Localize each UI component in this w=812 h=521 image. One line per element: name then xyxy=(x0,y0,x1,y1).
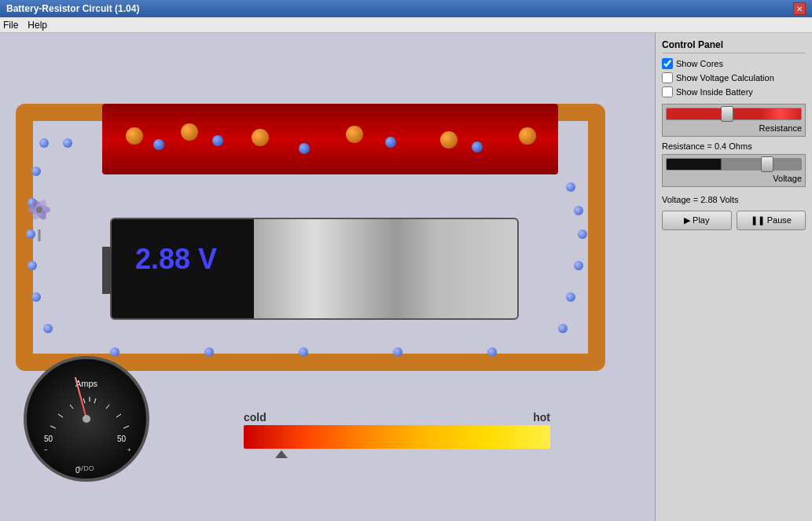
particle-blue xyxy=(212,135,223,146)
simulation-area: 2.88 V Amps 50 0 50 − + xyxy=(0,33,655,521)
particle-blue xyxy=(385,137,396,148)
svg-line-13 xyxy=(83,398,85,403)
wire-particle xyxy=(487,347,497,357)
voltage-label: Voltage xyxy=(666,174,802,183)
svg-line-16 xyxy=(106,405,109,409)
voltage-thumb[interactable] xyxy=(761,156,773,172)
svg-line-12 xyxy=(70,405,73,409)
wire-particle xyxy=(299,347,308,357)
particle-orange xyxy=(181,123,198,141)
svg-text:−: − xyxy=(44,446,48,453)
resistor xyxy=(102,104,558,174)
particle-orange xyxy=(346,126,363,143)
wire-particle xyxy=(63,138,72,148)
wire-particle xyxy=(204,347,214,357)
heat-bar xyxy=(244,425,550,449)
particle-orange xyxy=(252,129,269,146)
battery-terminal xyxy=(102,247,112,294)
svg-line-11 xyxy=(58,414,63,417)
particle-blue xyxy=(153,139,164,150)
play-button[interactable]: ▶ Play xyxy=(662,211,732,230)
battery-body: 2.88 V xyxy=(110,218,519,320)
heat-scale: cold hot xyxy=(244,411,550,458)
main-area: 2.88 V Amps 50 0 50 − + xyxy=(0,33,812,521)
gauge-center-dot xyxy=(83,415,90,423)
voltage-control: Voltage Voltage = 2.88 Volts xyxy=(662,154,806,204)
voltage-slider-area: Voltage xyxy=(662,154,806,187)
show-inside-label: Show Inside Battery xyxy=(676,87,753,97)
svg-line-15 xyxy=(94,398,96,403)
menubar: File Help xyxy=(0,17,812,33)
voltage-track xyxy=(666,158,802,171)
voltage-value: Voltage = 2.88 Volts xyxy=(662,195,806,204)
battery: 2.88 V xyxy=(110,218,519,320)
show-cores-label: Show Cores xyxy=(676,59,723,68)
gauge-brand: VDO xyxy=(27,464,146,472)
svg-line-17 xyxy=(116,414,121,417)
svg-line-10 xyxy=(50,426,56,428)
svg-text:+: + xyxy=(127,446,131,453)
particle-orange xyxy=(519,127,536,145)
battery-voltage-display: 2.88 V xyxy=(135,243,217,276)
svg-point-4 xyxy=(36,207,42,213)
show-inside-checkbox[interactable] xyxy=(662,86,673,97)
wire-particle xyxy=(31,292,41,302)
wire-particle xyxy=(574,261,583,270)
menu-file[interactable]: File xyxy=(3,20,18,31)
wire-particle xyxy=(393,347,402,357)
close-button[interactable]: ✕ xyxy=(793,2,806,15)
hot-label: hot xyxy=(533,411,550,424)
wire-particle xyxy=(31,167,41,176)
ammeter-gauge: Amps 50 0 50 − + xyxy=(24,356,149,482)
resistance-track xyxy=(666,108,802,120)
svg-text:50: 50 xyxy=(117,435,127,443)
show-voltage-checkbox[interactable] xyxy=(662,72,673,83)
particle-blue xyxy=(472,141,483,152)
window-title: Battery-Resistor Circuit (1.04) xyxy=(6,3,139,14)
menu-help[interactable]: Help xyxy=(28,20,47,31)
pinwheel xyxy=(16,186,63,248)
resistance-label: Resistance xyxy=(666,123,802,133)
show-cores-row: Show Cores xyxy=(662,58,806,69)
wire-particle xyxy=(43,324,53,333)
show-voltage-row: Show Voltage Calculation xyxy=(662,72,806,83)
resistance-value: Resistance = 0.4 Ohms xyxy=(662,141,806,151)
wire-particle xyxy=(574,206,583,215)
resistance-slider-area: Resistance xyxy=(662,104,806,137)
wire-particle xyxy=(578,229,587,239)
wire-particle xyxy=(28,261,37,270)
control-panel: Control Panel Show Cores Show Voltage Ca… xyxy=(655,33,812,521)
wire-particle xyxy=(39,138,49,148)
wire-particle xyxy=(558,324,568,333)
cold-label: cold xyxy=(244,411,266,424)
particle-orange xyxy=(126,127,143,145)
titlebar: Battery-Resistor Circuit (1.04) ✕ xyxy=(0,0,812,17)
svg-text:50: 50 xyxy=(44,435,53,443)
particle-blue xyxy=(299,143,310,154)
gauge-body: Amps 50 0 50 − + xyxy=(24,356,149,482)
playback-controls: ▶ Play ❚❚ Pause xyxy=(662,211,806,230)
show-cores-checkbox[interactable] xyxy=(662,58,673,69)
resistance-control: Resistance Resistance = 0.4 Ohms xyxy=(662,104,806,151)
resistance-thumb[interactable] xyxy=(721,106,733,122)
wire-particle xyxy=(566,182,575,192)
show-voltage-label: Show Voltage Calculation xyxy=(676,73,774,83)
wire-particle xyxy=(566,292,575,302)
control-panel-title: Control Panel xyxy=(662,39,806,53)
heat-indicator xyxy=(275,450,288,458)
show-inside-row: Show Inside Battery xyxy=(662,86,806,97)
particle-orange xyxy=(440,131,457,149)
svg-line-18 xyxy=(123,426,129,428)
pause-button[interactable]: ❚❚ Pause xyxy=(737,211,806,230)
heat-labels: cold hot xyxy=(244,411,550,424)
